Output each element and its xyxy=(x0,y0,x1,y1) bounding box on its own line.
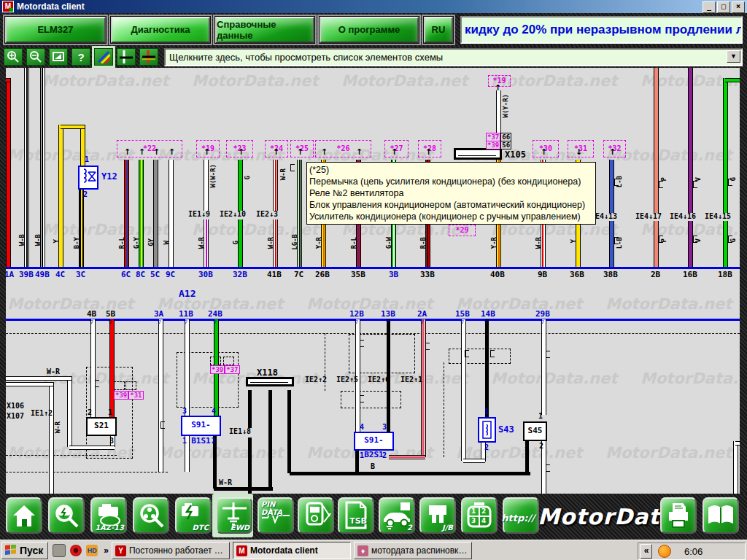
wire xyxy=(463,459,485,463)
home-icon[interactable] xyxy=(6,497,42,534)
zoom-out-icon[interactable] xyxy=(26,48,45,66)
scan-engine-icon[interactable] xyxy=(48,497,85,534)
nav-bar: ELM327ДиагностикаСправочные данныеО прог… xyxy=(0,13,747,46)
taskbar-button[interactable]: ♦мотордата распиновка... xyxy=(354,542,472,559)
wire-color-label: Y xyxy=(570,239,577,243)
wire-color-label: V xyxy=(694,177,702,181)
wire-style-bw-icon[interactable] xyxy=(117,48,136,66)
print-icon[interactable] xyxy=(660,497,697,534)
wire-color-label: Y xyxy=(53,239,60,243)
bus-pin-label: 11B xyxy=(179,309,193,319)
dashed-line xyxy=(6,472,168,472)
help-book-icon[interactable] xyxy=(703,497,739,534)
taskbar-button[interactable]: MMotordata client xyxy=(233,542,351,559)
system-tray: « 6:06 xyxy=(638,542,746,560)
nav-button-диагностика[interactable]: Диагностика xyxy=(111,17,210,43)
fuse-label: J/B xyxy=(442,524,453,532)
car-ground-icon[interactable]: 2 xyxy=(379,497,415,534)
splice-mark xyxy=(160,421,165,429)
nav-button-elm327[interactable]: ELM327 xyxy=(5,17,106,43)
inline-connector-label: IE2↓10 xyxy=(220,210,246,218)
bus-tap-triangle: ▽ xyxy=(184,319,187,325)
ref-pair-label: *3956 xyxy=(486,141,511,149)
bus-pin-label: 29B xyxy=(535,309,550,319)
wire-color-label: LG-B xyxy=(291,234,298,250)
dashed-line xyxy=(444,362,444,457)
tray-app-icon[interactable] xyxy=(658,545,671,558)
splice-mark xyxy=(659,181,663,188)
wiring-diagram-canvas[interactable]: MotorData.netMotorData.netMotorData.netM… xyxy=(0,68,747,494)
quicklaunch-icon-hxd[interactable]: HD xyxy=(86,545,98,556)
wire xyxy=(654,221,659,267)
help-icon[interactable]: ? xyxy=(71,48,90,66)
splice-mark xyxy=(425,343,430,350)
wire-color-label: R-L xyxy=(118,237,125,249)
junction-icon[interactable]: 1234 xyxy=(461,497,498,534)
bus-pin-label: 32B xyxy=(233,270,247,279)
nav-button-ru[interactable]: RU xyxy=(424,17,453,43)
window-title: Motordata client xyxy=(17,1,85,12)
quicklaunch-icon-1[interactable] xyxy=(53,544,66,557)
diagram-text: 1 xyxy=(182,437,187,445)
start-button[interactable]: Пуск xyxy=(1,542,48,559)
component-label: X105 xyxy=(505,149,526,160)
wire-color-label: GY xyxy=(147,238,155,246)
splice-mark xyxy=(490,350,495,357)
diagram-text: 1 xyxy=(108,408,112,416)
watermark: MotorData.net xyxy=(605,444,732,462)
marquee-text: кидку до 20% при неразрывном продлении л… xyxy=(462,23,743,37)
chevron-down-icon[interactable]: ▼ xyxy=(727,50,740,63)
tooltip-line: Блок управления кондиционером (автоматич… xyxy=(309,199,595,211)
quicklaunch-overflow[interactable]: » xyxy=(104,545,109,556)
dtc-label: DTC xyxy=(193,524,209,532)
engine-model-icon[interactable]: 1AZ-13 xyxy=(90,497,127,534)
wire-arrow: ↑ xyxy=(391,149,398,156)
restore-button[interactable]: □ xyxy=(717,1,730,13)
bus-tap-triangle: ▽ xyxy=(386,319,390,325)
bus-tap-triangle: ▽ xyxy=(484,319,488,325)
bus-pin-label: 36B xyxy=(570,270,584,279)
wire-color-label: W-B xyxy=(34,234,42,246)
quicklaunch-icon-2[interactable] xyxy=(70,545,82,556)
nav-button-о-программе[interactable]: О программе xyxy=(320,17,419,43)
wire-color-label: G-Y xyxy=(133,237,140,249)
element-tooltip: (*25) Перемычка (цепь усилителя кондицио… xyxy=(306,162,596,225)
web-icon[interactable]: http:// xyxy=(503,497,539,534)
nav-button-справочные-данные[interactable]: Справочные данные xyxy=(215,17,314,43)
tsb-icon[interactable]: TSB xyxy=(338,497,374,534)
wire xyxy=(541,319,546,415)
minimize-button[interactable]: _ xyxy=(703,1,716,13)
dtc-icon[interactable]: DTC xyxy=(175,497,212,534)
ewd-icon[interactable]: EWD xyxy=(216,497,252,534)
component-s43 xyxy=(478,417,496,443)
bus-pin-label: 33B xyxy=(420,270,435,279)
app-icon: M xyxy=(2,1,14,12)
clock: 6:06 xyxy=(684,546,703,557)
close-button[interactable]: × xyxy=(732,1,745,13)
pin-data-icon[interactable]: PIN DATA xyxy=(258,497,294,534)
wire xyxy=(609,160,614,213)
multimeter-icon[interactable] xyxy=(298,497,334,534)
watermark: MotorData.net xyxy=(491,370,617,387)
bus-pin-label: 5B xyxy=(106,309,115,319)
splice-mark xyxy=(360,340,364,347)
zoom-in-icon[interactable] xyxy=(4,48,23,66)
bus-pin-label: 6C xyxy=(121,270,131,279)
tray-chevron[interactable]: « xyxy=(640,544,652,559)
inline-connector-label: IE2↑6 xyxy=(368,376,390,384)
wire-style-color-icon[interactable] xyxy=(139,48,158,66)
element-list-dropdown[interactable]: Щелкните здесь, чтобы просмотреть список… xyxy=(164,48,743,66)
wire-color-label: V xyxy=(694,238,702,242)
wire-colors-icon[interactable] xyxy=(94,48,113,66)
wire xyxy=(79,190,84,267)
wire-color-label: P xyxy=(660,177,667,181)
taskbar-button-label: мотордата распиновка... xyxy=(371,545,468,556)
zoom-fit-icon[interactable] xyxy=(49,48,68,66)
wire-color-label: L-B xyxy=(616,237,623,249)
taskbar-button[interactable]: YПостоянно работает ве... xyxy=(112,542,230,559)
wire xyxy=(297,160,302,267)
dashed-option-box xyxy=(341,391,401,408)
scan-gears-icon[interactable] xyxy=(133,497,169,534)
bus-tap-triangle: ▽ xyxy=(109,319,112,325)
fuse-icon[interactable]: J/B xyxy=(419,497,456,534)
